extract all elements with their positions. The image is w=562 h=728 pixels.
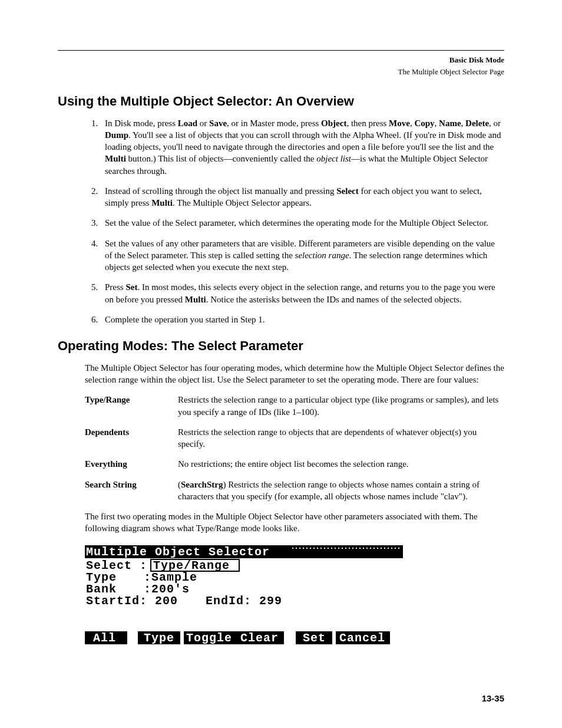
svg-rect-2 bbox=[292, 548, 293, 549]
step-2: Instead of scrolling through the object … bbox=[100, 185, 504, 209]
step-5: Press Set. In most modes, this selects e… bbox=[100, 281, 504, 305]
svg-rect-27 bbox=[381, 548, 382, 549]
svg-rect-9 bbox=[317, 548, 318, 549]
svg-rect-17 bbox=[345, 548, 346, 549]
step-3: Set the value of the Select parameter, w… bbox=[100, 217, 504, 229]
section-heading-overview: Using the Multiple Object Selector: An O… bbox=[58, 93, 504, 110]
svg-rect-4 bbox=[299, 548, 300, 549]
lcd-softbuttons: All Type Toggle Clear Set Cancel bbox=[85, 631, 390, 645]
svg-rect-18 bbox=[349, 548, 350, 549]
svg-rect-23 bbox=[366, 548, 368, 549]
svg-rect-32 bbox=[398, 548, 399, 549]
page-number: 13-35 bbox=[482, 693, 504, 704]
svg-text:EndId: 299: EndId: 299 bbox=[206, 594, 282, 608]
operating-modes-outro: The first two operating modes in the Mul… bbox=[85, 510, 504, 535]
svg-rect-5 bbox=[303, 548, 304, 549]
svg-text:StartId: 200: StartId: 200 bbox=[86, 594, 178, 608]
header-subtitle: The Multiple Object Selector Page bbox=[58, 66, 504, 78]
steps-list: In Disk mode, press Load or Save, or in … bbox=[85, 117, 504, 326]
svg-rect-20 bbox=[356, 548, 357, 549]
svg-rect-3 bbox=[296, 548, 297, 549]
svg-text:Clear: Clear bbox=[240, 631, 279, 645]
svg-rect-21 bbox=[359, 548, 361, 549]
def-type-range: Type/Range Restricts the selection range… bbox=[85, 394, 504, 418]
svg-rect-11 bbox=[324, 548, 325, 549]
svg-text:Cancel: Cancel bbox=[339, 631, 385, 645]
svg-rect-13 bbox=[331, 548, 332, 549]
svg-rect-7 bbox=[310, 548, 311, 549]
lcd-title: Multiple Object Selector bbox=[86, 545, 270, 559]
svg-rect-29 bbox=[388, 548, 389, 549]
svg-rect-14 bbox=[335, 548, 336, 549]
svg-rect-22 bbox=[363, 548, 364, 549]
svg-rect-8 bbox=[313, 548, 315, 549]
svg-rect-26 bbox=[377, 548, 378, 549]
definition-list: Type/Range Restricts the selection range… bbox=[85, 394, 504, 502]
svg-rect-24 bbox=[370, 548, 371, 549]
svg-rect-30 bbox=[391, 548, 392, 549]
step-1: In Disk mode, press Load or Save, or in … bbox=[100, 117, 504, 177]
def-everything: Everything No restrictions; the entire o… bbox=[85, 458, 504, 470]
step-4: Set the values of any other parameters t… bbox=[100, 238, 504, 274]
def-dependents: Dependents Restricts the selection range… bbox=[85, 426, 504, 450]
svg-rect-15 bbox=[338, 548, 339, 549]
header-title: Basic Disk Mode bbox=[58, 54, 504, 66]
svg-rect-31 bbox=[395, 548, 396, 549]
svg-text:All: All bbox=[93, 631, 116, 645]
svg-rect-25 bbox=[373, 548, 375, 549]
svg-rect-12 bbox=[328, 548, 329, 549]
def-search-string: Search String (SearchStrg) Restricts the… bbox=[85, 479, 504, 503]
svg-rect-19 bbox=[352, 548, 353, 549]
lcd-diagram: .pix { font-family: "Courier New", monos… bbox=[85, 545, 504, 651]
svg-rect-16 bbox=[342, 548, 343, 549]
svg-text:Toggle: Toggle bbox=[186, 631, 232, 645]
svg-text:Set: Set bbox=[303, 631, 326, 645]
page-header: Basic Disk Mode The Multiple Object Sele… bbox=[58, 54, 504, 77]
step-6: Complete the operation you started in St… bbox=[100, 314, 504, 325]
svg-rect-28 bbox=[384, 548, 385, 549]
section-heading-operating-modes: Operating Modes: The Select Parameter bbox=[58, 337, 504, 355]
operating-modes-intro: The Multiple Object Selector has four op… bbox=[85, 362, 504, 386]
svg-text:Type: Type bbox=[144, 631, 174, 645]
svg-rect-10 bbox=[320, 548, 322, 549]
svg-rect-6 bbox=[306, 548, 308, 549]
